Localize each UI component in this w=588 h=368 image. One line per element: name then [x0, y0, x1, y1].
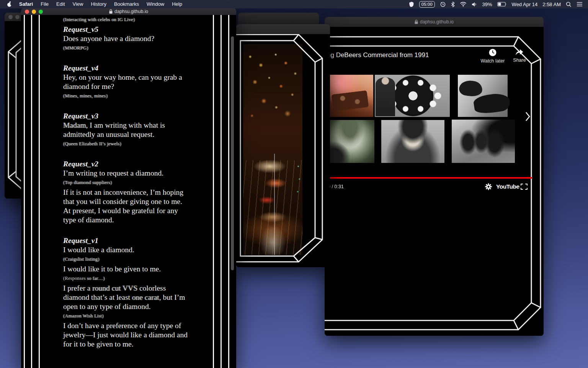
- window-title-bar[interactable]: daphsu.github.io: [325, 17, 544, 27]
- close-button[interactable]: [8, 15, 13, 19]
- menu-date[interactable]: Wed Apr 14: [512, 2, 538, 7]
- youtube-logo[interactable]: YouTube: [496, 183, 519, 190]
- scrollbar-thumb[interactable]: [231, 36, 234, 270]
- text-segment: I prefer a: [63, 284, 92, 292]
- request-body: I’m writing to request a diamond.: [63, 169, 193, 178]
- video-thumbnail-candy-bar[interactable]: [330, 75, 373, 117]
- apple-menu[interactable]: [4, 1, 15, 7]
- browser-window-requests[interactable]: daphsu.github.io (Interacting with celeb…: [21, 8, 236, 368]
- wifi-icon[interactable]: [460, 2, 467, 7]
- request-heading: Request_v4: [63, 64, 193, 73]
- video-thumbnail-boy-closeup[interactable]: [330, 120, 374, 163]
- menu-edit[interactable]: Edit: [52, 0, 69, 8]
- text-segment: At present, I would be grateful for any …: [63, 207, 178, 224]
- video-time-display: 0 / 0:31: [328, 184, 344, 189]
- bluetooth-icon[interactable]: [451, 2, 455, 7]
- eroded-text: (Craigslist listing): [63, 256, 100, 262]
- window-title-bar[interactable]: [238, 13, 319, 23]
- request-section: Request_v1I would like a diamond.(Craigs…: [63, 236, 193, 349]
- share-label: Share: [513, 58, 526, 63]
- menu-bookmarks[interactable]: Bookmarks: [110, 0, 143, 8]
- request-body: I would like it to be given to me.: [63, 264, 193, 274]
- top-caption: (Interacting with celebs on IG Live): [63, 15, 193, 24]
- request-section: Request_v5Does anyone have a diamond?(MM…: [63, 25, 193, 52]
- site-title: daphsu.github.io: [420, 19, 454, 25]
- time-machine-icon[interactable]: [440, 1, 446, 7]
- video-progress-bar[interactable]: [325, 177, 532, 179]
- player-settings-gear-icon[interactable]: [485, 183, 492, 191]
- request-heading: Request_v2: [63, 159, 193, 169]
- eroded-text: Madam: [63, 121, 86, 129]
- request-heading: Request_v5: [63, 25, 193, 34]
- zoom-button[interactable]: [39, 10, 43, 14]
- request-body: I prefer a round cut VVS colorless diamo…: [63, 284, 193, 311]
- request-body: I would like a diamond.: [63, 245, 193, 255]
- evernote-icon[interactable]: [408, 2, 414, 7]
- video-thumbnail-three-silhouettes[interactable]: [452, 120, 515, 163]
- request-note: (Amazon Wish List): [63, 312, 193, 320]
- request-heading: Request_v1: [63, 236, 193, 245]
- menu-file[interactable]: File: [37, 0, 52, 8]
- text-segment: I would like a diamond.: [63, 246, 134, 254]
- notification-center-icon[interactable]: [577, 2, 583, 7]
- menu-window[interactable]: Window: [143, 0, 168, 8]
- text-segment: If it is not an inconvenience, I’m hopin…: [63, 188, 183, 205]
- menu-view[interactable]: View: [69, 0, 87, 8]
- eroded-text: (Mines, mines, mines): [63, 93, 108, 99]
- battery-icon[interactable]: [497, 2, 507, 7]
- browser-window-video[interactable]: daphsu.github.io ng DeBeers Commercial f…: [325, 17, 544, 336]
- battery-percent: 39%: [482, 2, 492, 7]
- share-button[interactable]: Share: [506, 48, 533, 63]
- frame-line-left-outer: [24, 15, 25, 368]
- diamond-frame: [325, 27, 544, 336]
- request-body: I don’t have a preference of any type of…: [63, 321, 193, 349]
- close-button[interactable]: [25, 10, 29, 14]
- window-title-bar[interactable]: daphsu.github.io: [21, 8, 236, 15]
- menu-history[interactable]: History: [87, 0, 110, 8]
- volume-icon[interactable]: [472, 2, 477, 7]
- menu-time[interactable]: 2:58 AM: [542, 2, 561, 7]
- player-controls: 0 / 0:31 YouTube: [325, 182, 532, 192]
- minimize-button[interactable]: [15, 15, 20, 19]
- video-title[interactable]: ng DeBeers Commercial from 1991: [327, 51, 488, 59]
- minimize-button[interactable]: [32, 10, 36, 14]
- menu-safari[interactable]: Safari: [15, 0, 37, 8]
- spotlight-icon[interactable]: [566, 2, 572, 7]
- video-thumbnail-man-with-hat-glasses[interactable]: [381, 120, 444, 163]
- request-note: (Queen Elizabeth II’s jewels): [63, 140, 193, 148]
- request-body: Does anyone have a diamond?: [63, 34, 193, 43]
- request-section: Request_v4Hey, on your way home, can you…: [63, 64, 193, 100]
- window-title-bar[interactable]: [236, 24, 330, 34]
- request-heading: Request_v3: [63, 112, 193, 121]
- timer-widget[interactable]: 05:00: [419, 1, 435, 8]
- eroded-text: (Interacting with celebs on IG Live): [63, 17, 135, 22]
- eroded-text: so far…): [87, 276, 105, 281]
- text-segment: I don’t have a preference of any type of…: [63, 322, 188, 348]
- video-thumbnail-hands-silhouette[interactable]: [458, 75, 508, 117]
- menu-help[interactable]: Help: [168, 0, 186, 8]
- page-content: ng DeBeers Commercial from 1991 Watch la…: [325, 27, 544, 336]
- menu-bar: Safari File Edit View History Bookmarks …: [0, 0, 588, 8]
- text-segment: Hey, on your way home, can you grab a di…: [63, 73, 182, 90]
- page-content: (Interacting with celebs on IG Live)Requ…: [21, 15, 236, 368]
- watch-later-icon: [488, 48, 497, 57]
- lock-icon: [415, 20, 418, 24]
- fullscreen-icon[interactable]: [521, 184, 528, 190]
- request-note: (Top diamond suppliers): [63, 178, 193, 187]
- requests-list: (Interacting with celebs on IG Live)Requ…: [63, 15, 193, 360]
- next-videos-chevron-icon[interactable]: [525, 112, 531, 122]
- apple-icon: [7, 1, 12, 7]
- request-body: At present, I would be grateful for any …: [63, 206, 193, 225]
- eroded-text: (Queen Elizabeth II’s jewels): [63, 141, 121, 146]
- browser-window-photo[interactable]: [236, 24, 330, 267]
- request-note: (Mines, mines, mines): [63, 92, 193, 100]
- lock-icon: [109, 9, 113, 14]
- eroded-text: (Top diamond suppliers): [63, 180, 112, 185]
- video-thumbnail-rotary-phone-woman[interactable]: [375, 75, 450, 117]
- request-section: Request_v2I’m writing to request a diamo…: [63, 159, 193, 225]
- request-section: Request_v3Madam, I am writing with what …: [63, 112, 193, 148]
- request-body: If it is not an inconvenience, I’m hopin…: [63, 188, 193, 206]
- request-body: Hey, on your way home, can you grab a di…: [63, 73, 193, 91]
- watch-later-button[interactable]: Watch later: [479, 48, 506, 64]
- request-body: Madam, I am writing with what is admitte…: [63, 121, 193, 139]
